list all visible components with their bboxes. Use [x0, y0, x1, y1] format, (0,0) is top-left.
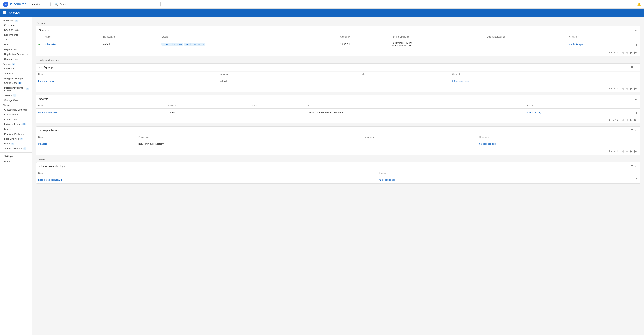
sidebar-item-ingresses[interactable]: Ingresses	[0, 66, 32, 71]
sidebar-item-nodes[interactable]: Nodes	[0, 127, 32, 132]
sidebar-item-roles[interactable]: Roles N	[0, 141, 32, 146]
storage-classes-card-actions: ☰ ▲	[630, 129, 637, 132]
sidebar-item-service-accounts[interactable]: Service Accounts N	[0, 146, 32, 151]
sidebar-item-jobs[interactable]: Jobs	[0, 37, 32, 42]
first-page-btn[interactable]: |◀	[620, 149, 624, 153]
storage-class-created[interactable]: 59 seconds ago	[479, 143, 496, 145]
filter-icon[interactable]: ☰	[630, 129, 633, 132]
sidebar-item-cluster-role-bindings[interactable]: Cluster Role Bindings	[0, 107, 32, 112]
service-name-link[interactable]: kubernetes	[45, 43, 56, 46]
col-created[interactable]: Created ↑	[450, 71, 633, 77]
sidebar-item-daemon-sets[interactable]: Daemon Sets	[0, 27, 32, 32]
col-created[interactable]: Created ↑	[567, 34, 633, 40]
secret-name-link[interactable]: default-token-z2xs7	[38, 111, 59, 114]
cluster-role-binding-created[interactable]: 42 seconds ago	[379, 178, 396, 181]
cluster-role-bindings-table-wrapper: Name Created ↑ kubernetes-dashboard 42 s…	[36, 170, 640, 184]
filter-icon[interactable]: ☰	[630, 165, 633, 168]
sidebar-item-pods[interactable]: Pods	[0, 42, 32, 47]
filter-icon[interactable]: ☰	[630, 28, 633, 32]
add-button[interactable]: ＋	[630, 2, 634, 7]
sidebar-section-workloads: Workloads N	[0, 18, 32, 23]
last-page-btn[interactable]: ▶|	[634, 149, 638, 153]
last-page-btn[interactable]: ▶|	[634, 86, 638, 90]
sidebar-item-cluster-roles[interactable]: Cluster Roles	[0, 112, 32, 117]
sidebar-item-settings[interactable]: Settings	[0, 154, 32, 159]
main-content: Service Services ☰ ▲ Name Namespace	[32, 16, 644, 189]
col-cluster-ip: Cluster IP	[338, 34, 390, 40]
next-page-btn[interactable]: ▶	[630, 149, 633, 153]
prev-page-btn[interactable]: ◀	[625, 86, 629, 90]
sidebar-item-services[interactable]: Services	[0, 71, 32, 76]
first-page-btn[interactable]: |◀	[620, 86, 624, 90]
prev-page-btn[interactable]: ◀	[625, 118, 629, 122]
config-map-labels: -	[356, 77, 450, 85]
collapse-icon[interactable]: ▲	[634, 66, 637, 69]
secrets-badge: N	[13, 94, 16, 96]
sidebar-section-config-storage: Config and Storage	[0, 76, 32, 80]
col-labels: Labels	[356, 71, 450, 77]
sidebar-item-network-policies[interactable]: Network Policies N	[0, 122, 32, 127]
config-storage-section-title: Config and Storage	[36, 59, 640, 62]
cluster-role-binding-more-icon[interactable]: ⋮	[635, 178, 638, 182]
col-created[interactable]: Created ↑	[477, 134, 633, 140]
sidebar-item-config-maps[interactable]: Config Maps N	[0, 80, 32, 85]
sidebar-item-replication-controllers[interactable]: Replication Controllers	[0, 52, 32, 57]
config-map-name-link[interactable]: kube-root-ca.crt	[38, 80, 55, 82]
secret-created[interactable]: 59 seconds ago	[526, 111, 542, 114]
sidebar-item-persistent-volumes[interactable]: Persistent Volumes	[0, 132, 32, 136]
config-maps-pagination: 1 – 1 of 1 |◀ ◀ ▶ ▶|	[36, 85, 640, 92]
sidebar-item-deployments[interactable]: Deployments	[0, 32, 32, 37]
last-page-btn[interactable]: ▶|	[634, 50, 638, 54]
next-page-btn[interactable]: ▶	[630, 118, 633, 122]
sidebar-item-storage-classes[interactable]: Storage Classes	[0, 98, 32, 103]
services-card-header: Services ☰ ▲	[36, 26, 640, 34]
collapse-icon[interactable]: ▲	[634, 129, 637, 132]
sidebar-item-role-bindings[interactable]: Role Bindings N	[0, 136, 32, 141]
cluster-section-title: Cluster	[36, 158, 640, 161]
collapse-icon[interactable]: ▲	[634, 28, 637, 32]
svg-text:⎈: ⎈	[5, 3, 7, 6]
service-external-endpoints: -	[484, 40, 567, 49]
config-map-more-icon[interactable]: ⋮	[635, 79, 638, 83]
sidebar-item-pvc[interactable]: Persistent Volume Claims N	[0, 85, 32, 93]
config-map-created[interactable]: 59 seconds ago	[452, 80, 469, 82]
prev-page-btn[interactable]: ◀	[625, 50, 629, 54]
col-created[interactable]: Created ↑	[524, 103, 633, 109]
network-policies-badge: N	[22, 123, 26, 125]
menu-icon[interactable]: ☰	[3, 10, 6, 15]
col-actions	[633, 103, 640, 109]
cluster-role-binding-name-link[interactable]: kubernetes-dashboard	[38, 178, 62, 181]
bell-icon[interactable]: 🔔	[637, 2, 641, 6]
sidebar-item-about[interactable]: About	[0, 159, 32, 164]
col-created[interactable]: Created ↑	[377, 170, 633, 176]
first-page-btn[interactable]: |◀	[620, 50, 624, 54]
config-maps-card-title: Config Maps	[39, 66, 54, 69]
service-more-icon[interactable]: ⋮	[635, 42, 638, 46]
last-page-btn[interactable]: ▶|	[634, 118, 638, 122]
prev-page-btn[interactable]: ◀	[625, 149, 629, 153]
filter-icon[interactable]: ☰	[630, 97, 633, 101]
storage-class-parameters: -	[362, 140, 477, 148]
sidebar-item-cron-jobs[interactable]: Cron Jobs	[0, 23, 32, 27]
sort-asc-icon: ↑	[578, 36, 579, 38]
sidebar-item-stateful-sets[interactable]: Stateful Sets	[0, 57, 32, 61]
collapse-icon[interactable]: ▲	[634, 165, 637, 168]
collapse-icon[interactable]: ▲	[634, 97, 637, 101]
filter-icon[interactable]: ☰	[630, 66, 633, 69]
next-page-btn[interactable]: ▶	[630, 86, 633, 90]
sidebar-item-namespaces[interactable]: Namespaces	[0, 117, 32, 122]
search-input[interactable]	[60, 3, 158, 5]
storage-class-more-icon[interactable]: ⋮	[635, 142, 638, 146]
col-status	[36, 34, 42, 40]
sidebar-item-replica-sets[interactable]: Replica Sets	[0, 47, 32, 52]
next-page-btn[interactable]: ▶	[630, 50, 633, 54]
storage-class-name-link[interactable]: standard	[38, 143, 48, 145]
sort-asc-icon: ↑	[461, 73, 462, 75]
service-created[interactable]: a minute ago	[569, 43, 583, 46]
namespace-selector[interactable]: default ▾	[29, 2, 50, 6]
service-cluster-ip: 10.96.0.1	[338, 40, 390, 49]
sidebar-item-secrets[interactable]: Secrets N	[0, 93, 32, 98]
table-row: kubernetes-dashboard 42 seconds ago ⋮	[36, 176, 640, 184]
secret-more-icon[interactable]: ⋮	[635, 110, 638, 114]
first-page-btn[interactable]: |◀	[620, 118, 624, 122]
